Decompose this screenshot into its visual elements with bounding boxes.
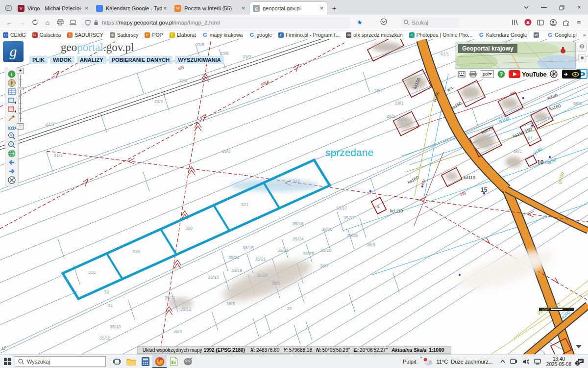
sidebar-icon[interactable] bbox=[534, 17, 547, 28]
map-label: 23/2 bbox=[154, 99, 163, 104]
pocket-icon[interactable] bbox=[380, 18, 387, 27]
zoom-in-icon[interactable] bbox=[5, 131, 18, 140]
adblock-icon[interactable] bbox=[521, 17, 534, 28]
explorer-taskbar-icon[interactable] bbox=[124, 355, 138, 368]
print-icon[interactable] bbox=[54, 17, 67, 28]
bookmark-item[interactable]: W bbox=[534, 32, 541, 38]
zoom-slider[interactable]: + − bbox=[17, 68, 25, 130]
desktop-toolbar-label[interactable]: Pulpit» bbox=[403, 359, 416, 365]
bookmarks-overflow-icon[interactable]: » bbox=[583, 32, 586, 38]
gear-icon[interactable]: ⚙ bbox=[577, 42, 587, 52]
bookmark-star-icon[interactable]: ★ bbox=[357, 19, 363, 26]
bookmark-item[interactable]: GKalendarz Google bbox=[479, 32, 527, 38]
back-button[interactable]: ← bbox=[3, 17, 16, 28]
tab-close-icon[interactable]: × bbox=[84, 5, 89, 12]
taskbar-search-placeholder: Wyszukaj bbox=[27, 359, 50, 365]
zoom-handle[interactable] bbox=[18, 87, 24, 90]
menu-plik[interactable]: PLIK bbox=[29, 56, 48, 64]
taskbar-search-input[interactable]: Wyszukaj bbox=[15, 356, 106, 367]
youtube-link[interactable]: YouTube bbox=[509, 70, 546, 78]
weather-widget[interactable]: 11°C Duże zachmurz... bbox=[423, 358, 492, 366]
keyboard-icon[interactable] bbox=[458, 71, 466, 78]
resize-corner-icon[interactable] bbox=[1, 343, 8, 352]
wheel-icon[interactable] bbox=[550, 70, 558, 78]
tab-manager-icon[interactable] bbox=[3, 2, 14, 13]
list-tabs-icon[interactable] bbox=[517, 0, 535, 14]
bookmark-item[interactable]: FFirmino.pl - Program f... bbox=[278, 32, 340, 38]
tab-close-icon[interactable]: × bbox=[162, 5, 168, 12]
account-icon[interactable] bbox=[547, 17, 560, 28]
zoom-track[interactable] bbox=[20, 75, 21, 122]
zoom-out-icon[interactable] bbox=[5, 140, 18, 149]
bookmark-label: Photopea | Online Pho... bbox=[416, 32, 472, 38]
taskbar-clock[interactable]: 13:402025-05-08 bbox=[546, 356, 571, 367]
volume-icon[interactable] bbox=[522, 359, 529, 365]
browser-tab[interactable]: VVirgo - Michał Dzięcioł× bbox=[15, 2, 92, 15]
bookmark-item[interactable]: PPhotopea | Online Pho... bbox=[409, 32, 472, 38]
menu-widok[interactable]: WIDOK bbox=[50, 56, 74, 64]
bookmark-item[interactable]: EElaborat bbox=[170, 32, 196, 38]
search-input[interactable]: Szukaj bbox=[401, 17, 459, 28]
collapse-panel-icon[interactable] bbox=[573, 342, 584, 350]
geoportal-logo[interactable]: g bbox=[3, 41, 24, 62]
print-map-icon[interactable] bbox=[469, 71, 477, 78]
network-icon[interactable] bbox=[534, 359, 541, 365]
url-bar[interactable]: https://mapy.geoportal.gov.pl/imap/Imgp_… bbox=[81, 17, 350, 28]
browser-tab[interactable]: ggeoportal.gov.pl× bbox=[250, 2, 327, 15]
menu-wyszukiwania[interactable]: WYSZUKIWANIA bbox=[175, 56, 223, 64]
bookmark-item[interactable]: ⊕Sadurscy bbox=[110, 32, 139, 38]
new-tab-button[interactable]: + bbox=[328, 2, 340, 14]
language-select[interactable]: pol bbox=[481, 70, 494, 78]
svg-text:XYH: XYH bbox=[8, 126, 16, 130]
task-view-icon[interactable] bbox=[110, 355, 124, 368]
tab-close-icon[interactable]: × bbox=[319, 5, 324, 12]
bookmark-favicon: P bbox=[409, 32, 415, 38]
library-icon[interactable] bbox=[509, 17, 521, 28]
clear-icon[interactable] bbox=[5, 176, 18, 184]
menu-pobieranie-danych[interactable]: POBIERANIE DANYCH bbox=[109, 56, 173, 64]
reload-button[interactable] bbox=[28, 17, 41, 28]
tray-chevron-icon[interactable] bbox=[500, 360, 505, 363]
coord-n: 50°05'50.29" bbox=[322, 347, 350, 353]
tab-close-icon[interactable]: × bbox=[241, 5, 246, 12]
help-icon[interactable]: ? bbox=[497, 70, 505, 78]
bookmark-item[interactable]: ⌂SADURSCY bbox=[67, 32, 103, 38]
bookmark-item[interactable]: oxolx sprzedz mieszkan bbox=[346, 32, 402, 38]
overview-toggle-icon[interactable] bbox=[578, 54, 586, 61]
notification-center-icon[interactable]: 2 bbox=[577, 358, 584, 365]
globe-icon[interactable] bbox=[5, 149, 18, 158]
map-label: 26/3 bbox=[222, 149, 231, 154]
map-label: g1 bbox=[528, 135, 533, 140]
browser-tab[interactable]: ✉Poczta w Interii (55)× bbox=[172, 2, 249, 15]
gimp-taskbar-icon[interactable] bbox=[181, 355, 195, 368]
close-button[interactable]: × bbox=[570, 0, 588, 14]
maximize-button[interactable] bbox=[553, 0, 570, 14]
bookmark-item[interactable]: GGoogle.pl bbox=[547, 32, 577, 38]
start-button[interactable] bbox=[0, 355, 15, 368]
meet-now-icon[interactable] bbox=[510, 359, 517, 364]
contrast-pill[interactable] bbox=[561, 70, 581, 79]
browser-tab[interactable]: Kalendarz Google - Tydzień, w× bbox=[93, 2, 171, 15]
zoom-in-button[interactable]: + bbox=[17, 68, 24, 74]
back-view-icon[interactable] bbox=[5, 158, 18, 167]
extensions-icon[interactable] bbox=[560, 17, 572, 28]
bookmark-item[interactable]: PPOP bbox=[145, 32, 163, 38]
minimize-button[interactable]: — bbox=[535, 0, 553, 14]
localc-taskbar-icon[interactable] bbox=[167, 355, 181, 368]
menu-icon[interactable]: ≡ bbox=[572, 17, 585, 28]
forward-view-icon[interactable] bbox=[5, 167, 18, 176]
calculator-taskbar-icon[interactable] bbox=[138, 355, 152, 368]
bookmark-item[interactable]: Gmapy krakowa bbox=[202, 32, 243, 38]
zoom-out-button[interactable]: − bbox=[17, 123, 24, 130]
overview-map[interactable]: Geoportal krajowy bbox=[456, 42, 576, 69]
geoportal-toolbar: pol?YouTube bbox=[456, 69, 576, 79]
home-button[interactable]: ⌂ bbox=[41, 17, 54, 28]
map-canvas[interactable]: sprzedane32232132031931822/523/623/322/4… bbox=[0, 39, 588, 354]
send-to-device-icon[interactable] bbox=[67, 17, 79, 28]
bookmark-item[interactable]: CCEIdG bbox=[3, 32, 26, 38]
bookmark-item[interactable]: GGalactica bbox=[32, 32, 61, 38]
menu-analizy[interactable]: ANALIZY bbox=[77, 56, 106, 64]
forward-button[interactable]: → bbox=[16, 17, 28, 28]
bookmark-item[interactable]: Ggoogle bbox=[249, 32, 272, 38]
firefox-taskbar-icon[interactable] bbox=[152, 355, 167, 368]
